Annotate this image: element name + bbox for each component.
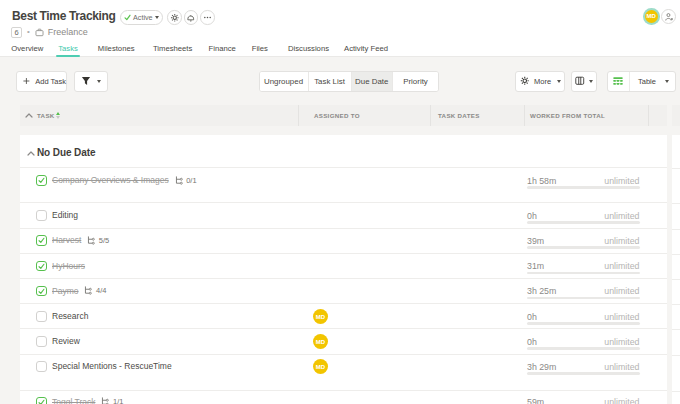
column-divider: [524, 105, 525, 126]
assignee-avatar[interactable]: MD: [313, 334, 328, 349]
sort-indicator[interactable]: [56, 112, 60, 119]
tab-milestones[interactable]: Milestones: [98, 44, 135, 53]
tab-discussions[interactable]: Discussions: [288, 44, 329, 53]
group-by-priority[interactable]: Priority: [393, 72, 438, 91]
task-name[interactable]: Toggl Track1/1: [52, 397, 123, 404]
worked-from-total: 59munlimited: [527, 397, 640, 404]
task-row[interactable]: Company Overviews & Images0/1 1h 58munli…: [20, 168, 667, 204]
tab-label: Finance: [209, 44, 236, 53]
column-header-task-dates[interactable]: TASK DATES: [438, 112, 480, 119]
filter-button[interactable]: [74, 71, 108, 92]
task-checkbox[interactable]: [36, 210, 47, 221]
bell-icon: [186, 13, 196, 23]
task-name[interactable]: Paymo4/4: [52, 286, 106, 296]
task-checkbox[interactable]: [36, 261, 47, 272]
collapse-all-icon[interactable]: [25, 113, 33, 118]
column-header-assigned-to[interactable]: ASSIGNED TO: [314, 112, 360, 119]
gear-icon: [520, 76, 530, 86]
task-checkbox[interactable]: [36, 311, 47, 322]
sliver-row-separator: [672, 203, 680, 204]
table-right-sliver-header: [672, 105, 680, 126]
sliver-row-separator: [672, 229, 680, 230]
add-task-button[interactable]: Add Task: [16, 71, 68, 92]
task-checkbox[interactable]: [36, 397, 47, 404]
task-row[interactable]: Research MD 0hunlimited: [20, 304, 667, 330]
group-by-task-list[interactable]: Task List: [309, 72, 352, 91]
task-name[interactable]: Review: [52, 336, 80, 346]
task-name[interactable]: Company Overviews & Images0/1: [52, 175, 197, 185]
task-row[interactable]: HyHours 31munlimited: [20, 254, 667, 279]
total-budget: unlimited: [604, 211, 639, 221]
subtask-count-text: 1/1: [113, 397, 123, 404]
subtask-count: 0/1: [175, 176, 197, 185]
worked-values: 1h 58munlimited: [527, 176, 640, 186]
worked-time: 3h 25m: [527, 286, 556, 296]
invite-user-button[interactable]: [661, 9, 677, 25]
tab-tasks[interactable]: Tasks: [58, 44, 78, 53]
task-name-text: HyHours: [52, 261, 85, 271]
worked-values: 31munlimited: [527, 261, 640, 271]
total-budget: unlimited: [604, 176, 639, 186]
user-avatar[interactable]: MD: [643, 8, 660, 25]
task-row[interactable]: Special Mentions - RescueTime MD 3h 29mu…: [20, 355, 667, 391]
task-checkbox[interactable]: [36, 235, 47, 246]
task-name-text: Research: [52, 311, 88, 321]
task-checkbox[interactable]: [36, 286, 47, 297]
worked-time: 3h 29m: [527, 362, 556, 372]
plus-icon: [23, 77, 30, 85]
worked-from-total: 3h 25munlimited: [527, 286, 640, 299]
view-dropdown[interactable]: Table: [630, 72, 675, 91]
task-name[interactable]: Editing: [52, 210, 78, 220]
sliver-row-separator: [672, 355, 680, 356]
task-name[interactable]: Special Mentions - RescueTime: [52, 361, 172, 371]
task-row[interactable]: Paymo4/4 3h 25munlimited: [20, 279, 667, 304]
task-row[interactable]: Review MD 0hunlimited: [20, 329, 667, 355]
tab-timesheets[interactable]: Timesheets: [153, 44, 192, 53]
task-checkbox[interactable]: [36, 361, 47, 372]
task-row[interactable]: Editing 0hunlimited: [20, 203, 667, 229]
task-checkbox[interactable]: [36, 175, 47, 186]
project-status-dropdown[interactable]: Active: [120, 10, 163, 25]
task-name-text: Toggl Track: [52, 397, 95, 404]
task-name[interactable]: HyHours: [52, 261, 85, 271]
time-progress-bar: [527, 297, 640, 300]
group-row-no-due-date[interactable]: No Due Date: [20, 135, 667, 168]
project-header: Best Time Tracking Active: [0, 0, 680, 57]
collapse-group-icon[interactable]: [27, 151, 35, 156]
worked-values: 0hunlimited: [527, 337, 640, 347]
columns-button[interactable]: [571, 71, 597, 92]
worked-values: 0hunlimited: [527, 312, 640, 322]
subtask-count-text: 4/4: [96, 286, 106, 295]
project-more-button[interactable]: [200, 10, 215, 25]
tab-finance[interactable]: Finance: [209, 44, 236, 53]
total-budget: unlimited: [604, 286, 639, 296]
tab-activity-feed[interactable]: Activity Feed: [344, 44, 388, 53]
tab-label: Timesheets: [153, 44, 192, 53]
more-options-button[interactable]: More: [515, 71, 565, 92]
task-row[interactable]: Harvest5/5 39munlimited: [20, 229, 667, 254]
notifications-button[interactable]: [184, 10, 199, 25]
group-by-segmented-control: Ungrouped Task List Due Date Priority: [259, 71, 440, 92]
client-link[interactable]: Freelance: [35, 27, 88, 37]
worked-time: 0h: [527, 312, 537, 322]
group-by-due-date[interactable]: Due Date: [352, 72, 394, 91]
assignee-avatar[interactable]: MD: [313, 359, 328, 374]
task-name[interactable]: Harvest5/5: [52, 235, 109, 245]
add-user-icon: [664, 12, 674, 22]
tab-overview[interactable]: Overview: [11, 44, 43, 53]
tab-files[interactable]: Files: [252, 44, 268, 53]
assignee-avatar[interactable]: MD: [313, 309, 328, 324]
briefcase-icon: [35, 28, 44, 37]
project-settings-button[interactable]: [167, 10, 182, 25]
task-row[interactable]: Toggl Track1/1 59munlimited: [20, 391, 667, 404]
table-view-toggle[interactable]: [608, 72, 630, 91]
time-progress-bar: [527, 272, 640, 275]
group-by-ungrouped[interactable]: Ungrouped: [260, 72, 309, 91]
column-header-task[interactable]: TASK: [37, 112, 55, 119]
worked-from-total: 1h 58munlimited: [527, 176, 640, 189]
column-header-worked[interactable]: WORKED FROM TOTAL: [530, 112, 605, 119]
task-name[interactable]: Research: [52, 311, 88, 321]
sliver-row-separator: [672, 391, 680, 392]
task-checkbox[interactable]: [36, 336, 47, 347]
add-task-label: Add Task: [35, 77, 66, 86]
